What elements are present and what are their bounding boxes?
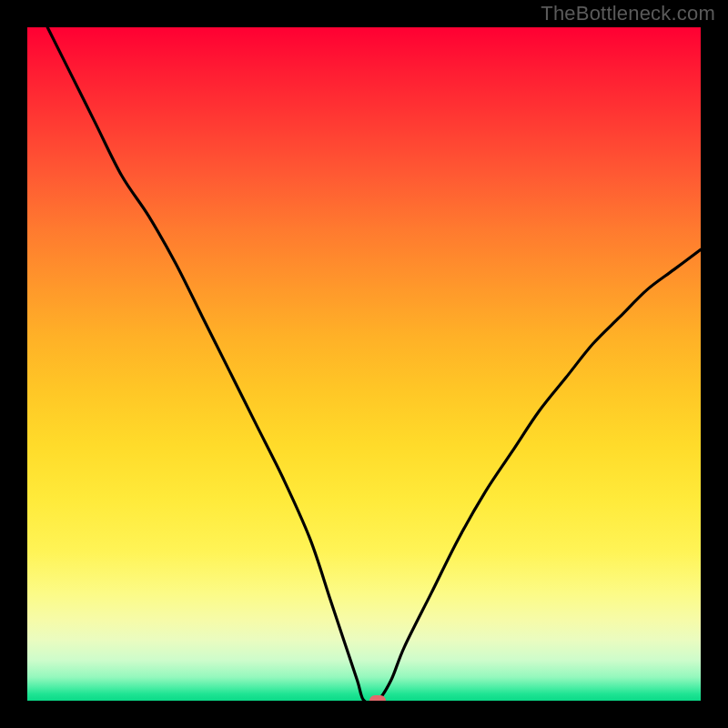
plot-area <box>27 27 701 701</box>
bottleneck-curve <box>27 27 701 701</box>
optimum-marker <box>369 695 386 701</box>
watermark-text: TheBottleneck.com <box>541 2 715 25</box>
chart-frame: TheBottleneck.com <box>0 0 728 728</box>
